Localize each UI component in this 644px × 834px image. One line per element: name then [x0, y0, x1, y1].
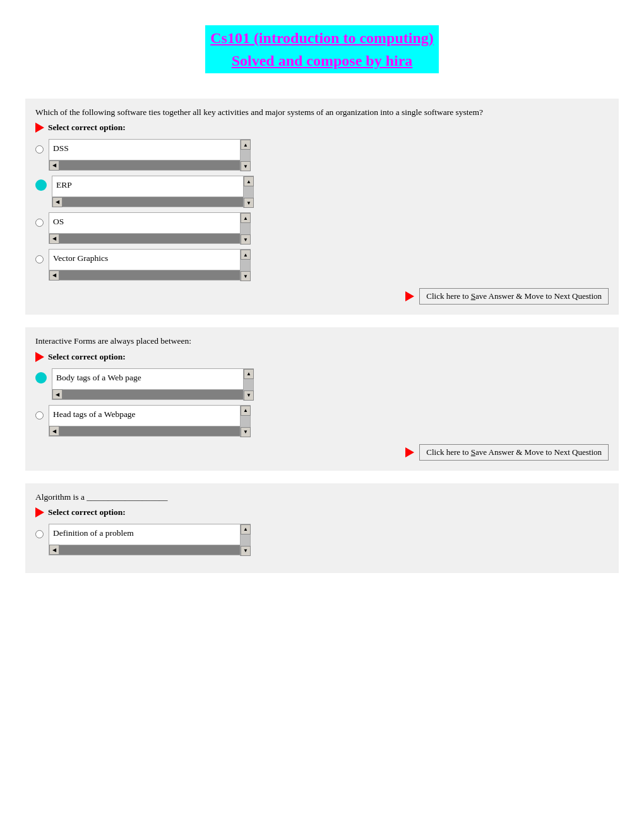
- scroll-left-button[interactable]: ◀: [49, 160, 59, 171]
- save-btn-row: Click here to Save Answer & Move to Next…: [35, 288, 609, 305]
- page-title: Cs101 (introduction to computing) Solved…: [205, 25, 439, 73]
- scroll-down-button[interactable]: ▼: [241, 271, 251, 281]
- scroll-up-button[interactable]: ▲: [241, 524, 251, 535]
- option-text: ERP: [52, 176, 253, 196]
- vertical-scrollbar[interactable]: ▲▼: [243, 369, 253, 401]
- scroll-left-button[interactable]: ◀: [49, 234, 59, 244]
- radio-input[interactable]: [35, 530, 44, 538]
- scroll-track-h: [59, 270, 240, 280]
- vertical-scrollbar[interactable]: ▲▼: [240, 140, 250, 171]
- scroll-left-button[interactable]: ◀: [52, 197, 63, 207]
- scroll-down-button[interactable]: ▼: [241, 234, 251, 245]
- option-row: ERP▲▼◀▶: [35, 176, 609, 207]
- vertical-scrollbar[interactable]: ▲▼: [243, 176, 253, 208]
- horizontal-scrollbar[interactable]: ◀▶: [49, 426, 250, 436]
- scroll-track-h: [59, 234, 240, 243]
- question-block: Interactive Forms are always placed betw…: [25, 327, 619, 470]
- scroll-track-h: [63, 197, 243, 207]
- save-btn-row: Click here to Save Answer & Move to Next…: [35, 444, 609, 461]
- radio-selected[interactable]: [35, 372, 47, 384]
- horizontal-scrollbar[interactable]: ◀▶: [49, 233, 250, 243]
- page-header: Cs101 (introduction to computing) Solved…: [25, 25, 619, 73]
- option-box: Head tags of a Webpage▲▼◀▶: [49, 405, 251, 437]
- scroll-track-h: [59, 426, 240, 436]
- option-box: Definition of a problem▲▼◀▶: [49, 524, 251, 555]
- scroll-track: [241, 223, 250, 234]
- scroll-up-button[interactable]: ▲: [241, 406, 251, 416]
- option-box: ERP▲▼◀▶: [52, 176, 254, 207]
- options-list: Definition of a problem▲▼◀▶: [35, 524, 609, 555]
- horizontal-scrollbar[interactable]: ◀▶: [52, 389, 253, 399]
- horizontal-scrollbar[interactable]: ◀▶: [52, 196, 253, 207]
- scroll-up-button[interactable]: ▲: [244, 369, 254, 379]
- radio-selected[interactable]: [35, 179, 47, 191]
- radio-input[interactable]: [35, 145, 44, 154]
- question-text: Interactive Forms are always placed betw…: [35, 335, 609, 348]
- option-box: DSS▲▼◀▶: [49, 139, 251, 171]
- radio-input[interactable]: [35, 255, 44, 263]
- scroll-track-h: [63, 390, 243, 399]
- option-row: OS▲▼◀▶: [35, 212, 609, 244]
- radio-input[interactable]: [35, 411, 44, 420]
- vertical-scrollbar[interactable]: ▲▼: [240, 406, 250, 437]
- options-list: DSS▲▼◀▶ERP▲▼◀▶OS▲▼◀▶Vector Graphics▲▼◀▶: [35, 139, 609, 281]
- option-box: Body tags of a Web page▲▼◀▶: [52, 368, 254, 400]
- options-list: Body tags of a Web page▲▼◀▶Head tags of …: [35, 368, 609, 437]
- scroll-track: [241, 260, 250, 271]
- scroll-track-h: [59, 160, 240, 170]
- scroll-up-button[interactable]: ▲: [241, 250, 251, 260]
- scroll-track-h: [59, 545, 240, 555]
- option-text: Definition of a problem: [49, 524, 250, 545]
- scroll-down-button[interactable]: ▼: [244, 390, 254, 401]
- option-text: Head tags of a Webpage: [49, 406, 250, 426]
- option-box: Vector Graphics▲▼◀▶: [49, 249, 251, 281]
- option-row: Definition of a problem▲▼◀▶: [35, 524, 609, 555]
- scroll-left-button[interactable]: ◀: [49, 545, 59, 555]
- option-text: DSS: [49, 140, 250, 160]
- horizontal-scrollbar[interactable]: ◀▶: [49, 545, 250, 555]
- radio-input[interactable]: [35, 219, 44, 227]
- question-block: Which of the following software ties tog…: [25, 99, 619, 315]
- scroll-down-button[interactable]: ▼: [241, 546, 251, 556]
- scroll-left-button[interactable]: ◀: [49, 426, 59, 436]
- play-icon: [35, 123, 44, 133]
- option-text: OS: [49, 213, 250, 233]
- save-answer-button[interactable]: Click here to Save Answer & Move to Next…: [419, 288, 609, 305]
- option-box: OS▲▼◀▶: [49, 212, 251, 244]
- option-row: Body tags of a Web page▲▼◀▶: [35, 368, 609, 400]
- horizontal-scrollbar[interactable]: ◀▶: [49, 160, 250, 170]
- play-icon: [35, 507, 44, 517]
- option-row: Head tags of a Webpage▲▼◀▶: [35, 405, 609, 437]
- save-answer-button[interactable]: Click here to Save Answer & Move to Next…: [419, 444, 609, 461]
- vertical-scrollbar[interactable]: ▲▼: [240, 213, 250, 245]
- question-text: Which of the following software ties tog…: [35, 106, 609, 119]
- scroll-track: [241, 416, 250, 427]
- play-icon: [405, 447, 414, 457]
- scroll-left-button[interactable]: ◀: [52, 389, 63, 399]
- vertical-scrollbar[interactable]: ▲▼: [240, 250, 250, 281]
- scroll-up-button[interactable]: ▲: [244, 176, 254, 186]
- horizontal-scrollbar[interactable]: ◀▶: [49, 270, 250, 280]
- scroll-down-button[interactable]: ▼: [244, 198, 254, 208]
- select-correct-label: Select correct option:: [35, 123, 609, 133]
- option-row: DSS▲▼◀▶: [35, 139, 609, 171]
- scroll-up-button[interactable]: ▲: [241, 140, 251, 150]
- question-text: Algorithm is a ___________________: [35, 491, 609, 504]
- vertical-scrollbar[interactable]: ▲▼: [240, 524, 250, 556]
- scroll-down-button[interactable]: ▼: [241, 161, 251, 171]
- option-text: Body tags of a Web page: [52, 369, 253, 389]
- scroll-down-button[interactable]: ▼: [241, 427, 251, 437]
- question-block: Algorithm is a ___________________Select…: [25, 483, 619, 573]
- play-icon: [35, 352, 44, 362]
- scroll-up-button[interactable]: ▲: [241, 213, 251, 223]
- scroll-track: [241, 535, 250, 546]
- scroll-left-button[interactable]: ◀: [49, 270, 59, 281]
- scroll-track: [244, 379, 253, 390]
- select-correct-label: Select correct option:: [35, 352, 609, 362]
- option-text: Vector Graphics: [49, 250, 250, 270]
- play-icon: [405, 291, 414, 301]
- option-row: Vector Graphics▲▼◀▶: [35, 249, 609, 281]
- scroll-track: [241, 150, 250, 161]
- select-correct-label: Select correct option:: [35, 507, 609, 517]
- scroll-track: [244, 186, 253, 198]
